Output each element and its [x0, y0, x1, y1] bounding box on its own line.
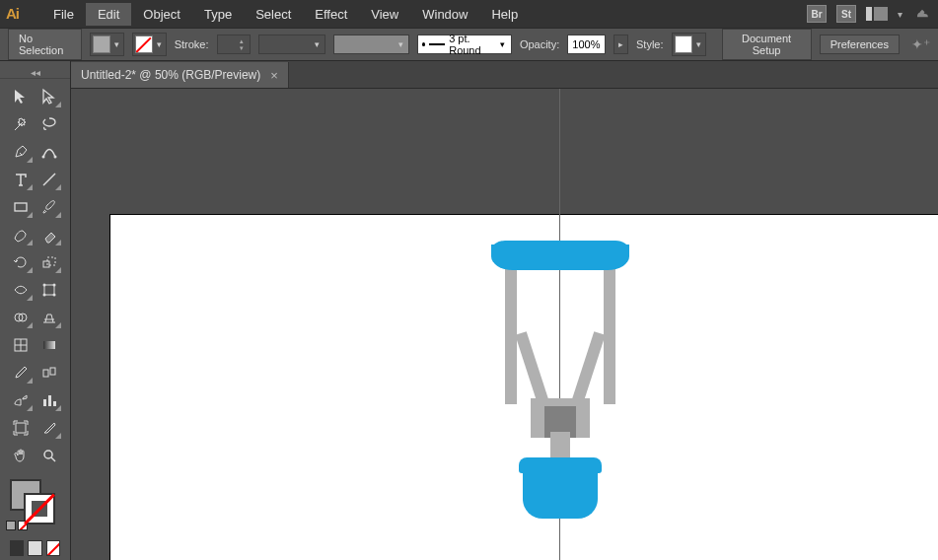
app-logo-icon: Ai — [6, 5, 28, 23]
magic-wand-tool[interactable] — [6, 110, 36, 138]
svg-rect-3 — [43, 261, 49, 267]
chevron-down-icon: ▾ — [313, 39, 322, 49]
menu-view[interactable]: View — [359, 3, 410, 26]
svg-point-7 — [53, 284, 56, 287]
brush-stroke-label: 3 pt. Round — [449, 33, 494, 56]
stroke-swatch-icon — [135, 35, 153, 53]
stroke-color-icon[interactable] — [24, 493, 55, 525]
eyedropper-tool[interactable] — [6, 359, 36, 386]
svg-point-8 — [43, 294, 46, 297]
brush-definition-dropdown[interactable]: ▾ — [333, 35, 409, 54]
shape-builder-tool[interactable] — [6, 304, 36, 331]
crutch-frame-right — [604, 266, 615, 404]
variable-width-profile-dropdown[interactable]: ▾ — [258, 35, 325, 54]
brush-dot-icon — [422, 42, 425, 46]
symbol-sprayer-tool[interactable] — [6, 386, 36, 414]
fill-swatch-icon — [93, 35, 110, 53]
chevron-down-icon: ▾ — [155, 39, 164, 49]
rectangle-tool[interactable] — [6, 193, 36, 221]
document-tab-title: Untitled-2* @ 50% (RGB/Preview) — [81, 68, 260, 82]
svg-point-17 — [44, 451, 52, 458]
column-graph-tool[interactable] — [36, 386, 65, 414]
brush-stroke-dropdown[interactable]: 3 pt. Round ▾ — [417, 35, 512, 54]
stroke-swatch-dropdown[interactable]: ▾ — [132, 33, 167, 56]
arrange-documents-icon[interactable] — [866, 7, 888, 21]
crutch-pad — [491, 245, 629, 270]
perspective-grid-tool[interactable] — [36, 304, 65, 331]
chevron-down-icon: ▾ — [694, 39, 703, 49]
menu-object[interactable]: Object — [131, 3, 192, 26]
arrange-chevron-icon[interactable]: ▾ — [898, 9, 902, 20]
screen-mode-icon[interactable]: ⋯ — [0, 556, 70, 560]
direct-selection-tool[interactable] — [36, 83, 65, 110]
type-tool[interactable] — [6, 166, 36, 193]
gradient-tool[interactable] — [36, 331, 65, 359]
gradient-mode-icon[interactable] — [28, 540, 41, 556]
svg-point-0 — [42, 156, 45, 159]
menu-type[interactable]: Type — [192, 3, 244, 26]
gpu-preview-icon[interactable] — [912, 6, 932, 22]
width-tool[interactable] — [6, 276, 36, 304]
menu-window[interactable]: Window — [410, 3, 479, 26]
menu-edit[interactable]: Edit — [86, 3, 131, 26]
menu-select[interactable]: Select — [244, 3, 303, 26]
brush-line-icon — [429, 43, 445, 45]
fill-swatch-dropdown[interactable]: ▾ — [90, 33, 124, 56]
style-label: Style: — [636, 38, 664, 50]
shaper-tool[interactable] — [6, 221, 36, 248]
slice-tool[interactable] — [36, 414, 65, 442]
opacity-label: Opacity: — [520, 38, 559, 50]
document-area: Untitled-2* @ 50% (RGB/Preview) × — [71, 61, 938, 560]
chevron-down-icon: ▾ — [112, 39, 121, 49]
free-transform-tool[interactable] — [36, 276, 65, 304]
chevron-down-icon: ▾ — [498, 39, 507, 49]
menu-help[interactable]: Help — [479, 3, 530, 26]
canvas[interactable] — [71, 89, 938, 560]
close-icon[interactable]: × — [270, 68, 278, 83]
stroke-label: Stroke: — [175, 38, 209, 50]
menubar-right-group: Br St ▾ — [807, 5, 932, 23]
blend-tool[interactable] — [36, 359, 65, 386]
tools-collapse-icon[interactable]: ◂◂ — [0, 67, 70, 79]
bridge-icon[interactable]: Br — [807, 5, 827, 23]
chevron-down-icon: ▾ — [397, 39, 405, 49]
document-tab[interactable]: Untitled-2* @ 50% (RGB/Preview) × — [71, 62, 289, 88]
zoom-tool[interactable] — [36, 442, 65, 469]
rotate-tool[interactable] — [6, 248, 36, 276]
preferences-button[interactable]: Preferences — [820, 35, 900, 54]
fill-stroke-control[interactable] — [10, 479, 55, 525]
curvature-tool[interactable] — [36, 138, 65, 166]
hand-tool[interactable] — [6, 442, 36, 469]
tools-panel: ◂◂ — [0, 61, 71, 560]
paintbrush-tool[interactable] — [36, 193, 65, 221]
mesh-tool[interactable] — [6, 331, 36, 359]
scale-tool[interactable] — [36, 248, 65, 276]
selection-tool[interactable] — [6, 83, 36, 110]
opacity-flyout-button[interactable]: ▸ — [613, 35, 629, 54]
svg-point-9 — [53, 294, 56, 297]
svg-point-1 — [54, 156, 57, 159]
color-mode-icon[interactable] — [10, 540, 24, 556]
graphic-style-dropdown[interactable]: ▾ — [672, 33, 706, 56]
eraser-tool[interactable] — [36, 221, 65, 248]
selection-status: No Selection — [8, 29, 82, 60]
search-adobe-icon[interactable]: ✦⁺ — [911, 36, 930, 52]
menu-bar: Ai File Edit Object Type Select Effect V… — [0, 0, 938, 28]
artboard-tool[interactable] — [6, 414, 36, 442]
svg-rect-2 — [15, 203, 27, 211]
opacity-field[interactable]: 100% — [567, 35, 605, 54]
lasso-tool[interactable] — [36, 110, 65, 138]
menu-effect[interactable]: Effect — [303, 3, 359, 26]
crutch-artwork[interactable] — [491, 245, 629, 540]
document-tab-bar: Untitled-2* @ 50% (RGB/Preview) × — [71, 61, 938, 89]
style-swatch-icon — [675, 35, 692, 53]
menu-file[interactable]: File — [41, 3, 86, 26]
stroke-weight-field[interactable]: ▴▾ — [217, 35, 251, 54]
pen-tool[interactable] — [6, 138, 36, 166]
document-setup-button[interactable]: Document Setup — [722, 29, 812, 60]
none-mode-icon[interactable] — [46, 540, 60, 556]
stock-icon[interactable]: St — [836, 5, 856, 23]
svg-rect-16 — [16, 423, 26, 433]
line-segment-tool[interactable] — [36, 166, 65, 193]
svg-rect-5 — [44, 285, 54, 295]
